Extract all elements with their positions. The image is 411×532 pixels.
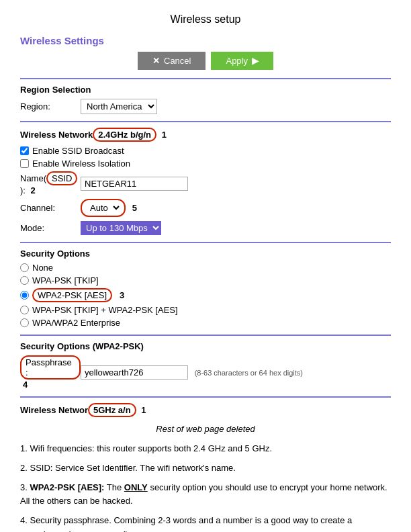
ssid-value-cell <box>81 177 391 191</box>
note-2-text: SSID: Service Set Identifier. The wifi n… <box>30 463 235 473</box>
region-section: Region Selection Region: North America <box>20 78 391 114</box>
enable-ssid-checkbox[interactable] <box>20 146 29 155</box>
note-3-num: 3. <box>20 482 30 492</box>
wireless-24-title: Wireless Network2.4GHz b/g/n 1 <box>20 128 391 142</box>
security-enterprise-label: WPA/WPA2 Enterprise <box>32 318 120 328</box>
apply-label: Apply <box>226 56 248 66</box>
wireless-5-circle: 5GHz a/n <box>88 403 136 417</box>
security-wpa2-psk-aes-radio[interactable] <box>20 291 29 300</box>
channel-value-cell: Auto 5 <box>81 199 391 217</box>
security-wpa2-section: Security Options (WPA2-PSK) Passphrase :… <box>20 335 391 390</box>
wireless-24-badge: 1 <box>162 130 167 140</box>
channel-circle: Auto <box>81 199 126 217</box>
channel-row: Channel: Auto 5 <box>20 199 391 217</box>
ssid-input[interactable] <box>81 177 188 191</box>
mode-select[interactable]: Up to 130 Mbps <box>81 221 161 235</box>
wireless-5-badge: 1 <box>141 405 146 415</box>
wireless-24-section: Wireless Network2.4GHz b/g/n 1 Enable SS… <box>20 121 391 235</box>
note-4-text: Security passphrase. Combining 2-3 words… <box>20 515 352 532</box>
wireless-5-title: Wireless Networ5GHz a/n 1 <box>20 403 391 417</box>
region-section-title: Region Selection <box>20 85 391 95</box>
toolbar: ✕ Cancel Apply ▶ <box>20 52 391 70</box>
passphrase-badge: 4 <box>23 380 28 390</box>
security-enterprise-radio[interactable] <box>20 318 29 327</box>
mode-label: Mode: <box>20 223 81 233</box>
enable-ssid-row: Enable SSID Broadcast <box>20 146 391 156</box>
cancel-label: Cancel <box>164 56 191 66</box>
region-row: Region: North America <box>20 99 391 114</box>
wireless-24-circle: 2.4GHz b/g/n <box>93 128 156 142</box>
ssid-circle: SSID <box>46 171 77 185</box>
passphrase-row: Passphrase : 4 (8-63 characters or 64 he… <box>20 355 391 390</box>
security-wpa-psk-tkip-label: WPA-PSK [TKIP] <box>32 275 99 285</box>
security-wpa-psk-tkip-row: WPA-PSK [TKIP] <box>20 275 391 285</box>
note-2: 2. SSID: Service Set Identifier. The wif… <box>20 461 391 476</box>
security-enterprise-row: WPA/WPA2 Enterprise <box>20 318 391 328</box>
note-3-bold: WPA2-PSK [AES]: <box>30 482 104 492</box>
channel-badge: 5 <box>132 203 137 213</box>
enable-wireless-isolation-checkbox[interactable] <box>20 159 29 168</box>
security-wpa-wpa2-row: WPA-PSK [TKIP] + WPA2-PSK [AES] <box>20 305 391 315</box>
rest-deleted: Rest of web page deleted <box>20 424 391 434</box>
region-value: North America <box>81 99 391 114</box>
cancel-button[interactable]: ✕ Cancel <box>138 52 205 70</box>
note-1-text: Wifi frequencies: this router supports b… <box>30 443 272 453</box>
passphrase-circle: Passphrase : <box>20 355 81 380</box>
enable-wireless-isolation-label: Enable Wireless Isolation <box>32 159 130 169</box>
arrow-icon: ▶ <box>252 56 259 66</box>
note-2-num: 2. <box>20 463 30 473</box>
ssid-name-row: Name(SSID): 2 <box>20 171 391 195</box>
security-wpa2-title: Security Options (WPA2-PSK) <box>20 341 391 351</box>
channel-label: Channel: <box>20 203 81 213</box>
passphrase-input[interactable] <box>81 365 188 380</box>
passphrase-label: Passphrase : 4 <box>20 355 81 390</box>
note-4: 4. Security passphrase. Combining 2-3 wo… <box>20 514 391 532</box>
security-wpa-wpa2-label: WPA-PSK [TKIP] + WPA2-PSK [AES] <box>32 305 178 315</box>
security-wpa2-psk-aes-label: WPA2-PSK [AES] <box>32 288 112 302</box>
note-1: 1. Wifi frequencies: this router support… <box>20 442 391 456</box>
note-1-num: 1. <box>20 443 30 453</box>
security-options-title: Security Options <box>20 249 391 259</box>
channel-select[interactable]: Auto <box>85 201 122 215</box>
security-none-radio[interactable] <box>20 263 29 272</box>
security-none-row: None <box>20 263 391 273</box>
enable-ssid-label: Enable SSID Broadcast <box>32 146 124 156</box>
wireless-settings-header: Wireless Settings <box>20 35 391 46</box>
enable-wireless-isolation-row: Enable Wireless Isolation <box>20 159 391 169</box>
x-icon: ✕ <box>152 56 160 66</box>
mode-row: Mode: Up to 130 Mbps <box>20 220 391 235</box>
note-4-num: 4. <box>20 515 30 525</box>
security-wpa-wpa2-radio[interactable] <box>20 306 29 314</box>
apply-button[interactable]: Apply ▶ <box>211 52 273 70</box>
mode-value-cell: Up to 130 Mbps <box>81 221 391 235</box>
security-wpa2-psk-aes-row: WPA2-PSK [AES] 3 <box>20 288 391 302</box>
passphrase-value-cell: (8-63 characters or 64 hex digits) <box>81 365 391 380</box>
region-label: Region: <box>20 101 81 112</box>
wireless-5-section: Wireless Networ5GHz a/n 1 <box>20 396 391 417</box>
ssid-name-label: Name(SSID): 2 <box>20 171 81 195</box>
region-select[interactable]: North America <box>81 99 157 114</box>
ssid-badge: 2 <box>31 185 36 195</box>
wireless-24-title-prefix: Wireless Network <box>20 130 93 140</box>
note-3-underline: ONLY <box>124 482 148 492</box>
wpa2-badge: 3 <box>120 290 124 300</box>
passphrase-hint: (8-63 characters or 64 hex digits) <box>195 369 303 377</box>
note-3: 3. WPA2-PSK [AES]: The ONLY security opt… <box>20 481 391 509</box>
page: Wireless setup Wireless Settings ✕ Cance… <box>0 0 411 532</box>
security-none-label: None <box>32 263 53 273</box>
security-options-section: Security Options None WPA-PSK [TKIP] WPA… <box>20 242 391 328</box>
security-wpa-psk-tkip-radio[interactable] <box>20 276 29 285</box>
page-title: Wireless setup <box>20 13 391 26</box>
wireless-5-title-prefix: Wireless Networ <box>20 405 88 415</box>
notes: 1. Wifi frequencies: this router support… <box>20 442 391 532</box>
